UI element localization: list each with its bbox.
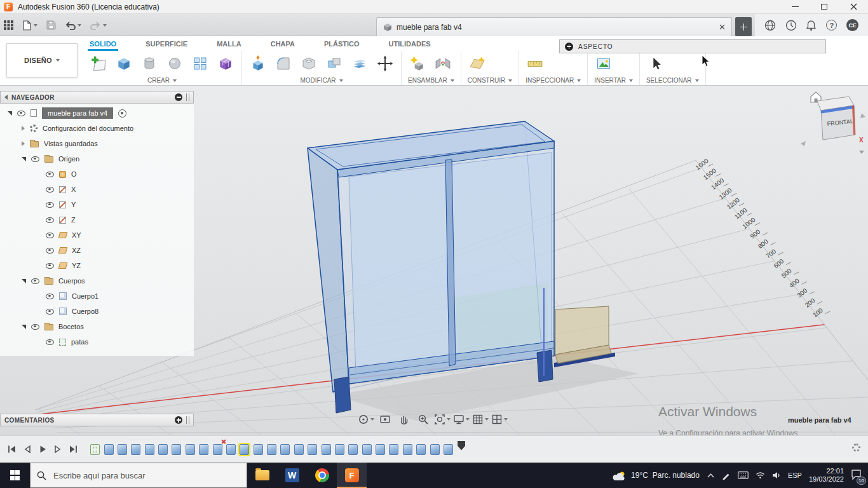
insert-image-button[interactable]	[594, 54, 613, 73]
create-sketch-button[interactable]	[89, 54, 108, 73]
word-button[interactable]: W	[277, 463, 307, 488]
tree-node-doc-settings[interactable]: Configuración del documento	[0, 121, 194, 136]
weather-widget[interactable]: 19°C Parc. nublado	[611, 470, 700, 481]
account-avatar[interactable]: CE	[846, 19, 858, 31]
taskbar-clock[interactable]: 22:01 19/03/2022	[809, 467, 844, 484]
timeline-feature-body-active[interactable]	[240, 444, 249, 455]
help-button[interactable]: ?	[826, 20, 837, 30]
navigator-header[interactable]: NAVEGADOR	[0, 91, 194, 104]
timeline-feature-body[interactable]	[416, 444, 426, 455]
extension-icon[interactable]	[764, 20, 776, 31]
tree-node-sketch-patas[interactable]: patas	[0, 334, 194, 349]
timeline-feature-body[interactable]	[294, 444, 304, 455]
tree-node-body8[interactable]: Cuerpo8	[0, 304, 194, 319]
timeline-step-forward-button[interactable]	[51, 443, 64, 456]
timeline-feature-body[interactable]	[254, 444, 263, 455]
new-component-button[interactable]	[408, 54, 427, 73]
timeline-feature-body[interactable]	[335, 444, 344, 455]
visibility-eye-icon[interactable]	[31, 156, 39, 162]
timeline-feature-body[interactable]	[376, 444, 385, 455]
press-pull-button[interactable]	[248, 54, 268, 73]
cabinet-model[interactable]	[308, 121, 639, 421]
document-tab-close-icon[interactable]	[719, 24, 725, 30]
collapse-panel-icon[interactable]	[4, 95, 8, 100]
tree-node-axis-y[interactable]: Y	[0, 197, 194, 212]
tab-superficie[interactable]: SUPERFICIE	[144, 36, 189, 51]
display-settings-button[interactable]	[452, 411, 470, 428]
visibility-eye-icon[interactable]	[46, 202, 54, 208]
split-body-button[interactable]	[350, 54, 369, 73]
tree-node-plane-xz[interactable]: XZ	[0, 243, 194, 258]
job-status-clock-icon[interactable]	[785, 20, 797, 31]
navigator-grip[interactable]	[186, 93, 189, 101]
visibility-eye-icon[interactable]	[46, 217, 54, 223]
tree-node-axis-z[interactable]: Z	[0, 212, 194, 227]
taskbar-search[interactable]	[30, 463, 247, 488]
tree-node-body1[interactable]: Cuerpo1	[0, 288, 194, 304]
tree-node-bodies[interactable]: Cuerpos	[0, 273, 194, 288]
select-button[interactable]	[646, 54, 665, 73]
timeline-settings-gear-icon[interactable]	[852, 444, 860, 452]
file-explorer-button[interactable]	[247, 463, 277, 488]
visibility-eye-icon[interactable]	[31, 324, 39, 330]
create-form-button[interactable]	[216, 54, 235, 73]
viewports-button[interactable]	[491, 411, 508, 428]
group-modificar-dropdown[interactable]: MODIFICAR	[248, 76, 395, 85]
minimize-button[interactable]	[780, 0, 810, 13]
create-pattern-button[interactable]	[191, 54, 210, 73]
tree-node-plane-xy[interactable]: XY	[0, 227, 194, 243]
group-crear-dropdown[interactable]: CREAR	[89, 76, 235, 85]
construct-plane-button[interactable]	[468, 54, 487, 73]
visibility-eye-icon[interactable]	[31, 278, 39, 284]
timeline-feature-body[interactable]	[186, 444, 195, 455]
group-ensamblar-dropdown[interactable]: ENSAMBLAR	[408, 76, 454, 85]
document-tab[interactable]: mueble para fab v4	[376, 17, 732, 36]
tree-node-axis-x[interactable]: X	[0, 182, 194, 197]
shell-button[interactable]	[299, 54, 318, 73]
navigator-collapse-icon[interactable]	[175, 93, 182, 101]
group-insertar-dropdown[interactable]: INSERTAR	[594, 76, 633, 85]
visibility-eye-icon[interactable]	[46, 339, 54, 345]
timeline-feature-body[interactable]	[362, 444, 372, 455]
expand-caret-icon[interactable]	[22, 157, 26, 161]
timeline-feature-body[interactable]	[308, 444, 317, 455]
viewcube-menu-caret[interactable]	[859, 151, 864, 154]
timeline-step-back-button[interactable]	[20, 443, 34, 456]
comments-grip[interactable]	[186, 416, 189, 424]
visibility-eye-icon[interactable]	[46, 294, 54, 299]
measure-button[interactable]	[526, 54, 545, 73]
tree-node-root[interactable]: mueble para fab v4	[0, 105, 194, 121]
windows-ink-pen-icon[interactable]	[722, 471, 731, 480]
timeline-feature-body[interactable]	[118, 444, 127, 455]
tab-chapa[interactable]: CHAPA	[269, 36, 297, 51]
visibility-eye-icon[interactable]	[46, 187, 54, 193]
pan-button[interactable]	[395, 411, 412, 428]
create-sphere-button[interactable]	[165, 54, 184, 73]
timeline-feature-body[interactable]	[280, 444, 290, 455]
hidden-icons-chevron[interactable]	[707, 473, 715, 478]
group-construir-dropdown[interactable]: CONSTRUIR	[468, 76, 512, 85]
timeline-play-button[interactable]	[36, 443, 49, 456]
comments-header[interactable]: COMENTARIOS	[0, 414, 194, 426]
timeline-feature-body[interactable]	[199, 444, 208, 455]
look-at-button[interactable]	[376, 411, 393, 428]
combine-button[interactable]	[325, 54, 344, 73]
undo-button[interactable]	[65, 21, 81, 30]
visibility-eye-icon[interactable]	[46, 263, 54, 269]
fillet-button[interactable]	[274, 54, 293, 73]
close-button[interactable]	[839, 0, 868, 13]
timeline-go-to-start-button[interactable]	[5, 443, 18, 456]
language-indicator[interactable]: ESP	[788, 471, 802, 479]
timeline-feature-body[interactable]	[131, 444, 140, 455]
timeline-feature-body[interactable]	[213, 444, 222, 455]
create-cylinder-button[interactable]	[140, 54, 159, 73]
timeline-feature-body[interactable]	[403, 444, 412, 455]
visibility-eye-icon[interactable]	[46, 309, 54, 315]
redo-button[interactable]	[90, 21, 107, 30]
fusion360-taskbar-button[interactable]: F	[337, 463, 367, 488]
visibility-eye-icon[interactable]	[46, 172, 54, 177]
visibility-eye-icon[interactable]	[46, 248, 54, 254]
timeline-feature-body[interactable]	[104, 444, 114, 455]
timeline-feature-body[interactable]	[389, 444, 398, 455]
tab-utilidades[interactable]: UTILIDADES	[387, 36, 433, 51]
